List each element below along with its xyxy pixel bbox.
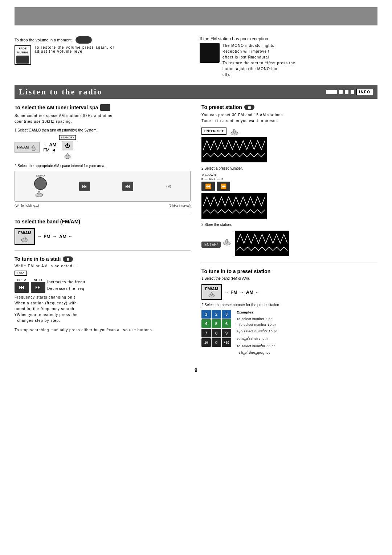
decreases-text: Decreases the freq xyxy=(47,285,85,292)
restore-volume-text: To restore the volume press again, or xyxy=(34,45,115,49)
fm-am-selector-btn[interactable]: FM/AM xyxy=(15,142,40,153)
am-tuner-heading: To select the AM tuner interval spa xyxy=(15,104,191,111)
mono-text-block: The MONO indicator lights Reception will… xyxy=(222,43,295,78)
svg-rect-5 xyxy=(38,191,40,195)
hand-icon-preset xyxy=(208,292,216,297)
tune-preset-step2: 2 Select the preset number for the prese… xyxy=(201,303,377,307)
preset-station-section: To preset station ◼ You can preset 30 FM… xyxy=(201,104,377,257)
num-btn-9[interactable]: 9 xyxy=(222,329,231,337)
tune-body-text: Frequency starts changing on t When a st… xyxy=(15,295,191,324)
standby-diagram: FM/AM → AM FM xyxy=(15,135,191,159)
tune-preset-fm-am-diagram: FM/AM → FM → AM ← xyxy=(201,284,377,300)
hand-enter xyxy=(222,238,232,246)
mono-line-5: button again (the MONO inc xyxy=(222,66,295,72)
svg-rect-9 xyxy=(233,129,235,133)
svg-rect-1 xyxy=(33,145,34,149)
tune-preset-step1: 1 Select the band (FM or AM). xyxy=(201,276,377,280)
tune-preset-back-arrow: ← xyxy=(255,289,260,295)
tune-station-heading: To tune in to a stati ◼ xyxy=(15,256,191,262)
preset-step1-row: ENTER/ SET xyxy=(201,127,377,136)
examples-block: Examples: To select number 5,pr · To sel… xyxy=(237,310,277,356)
preset-heading-text: To preset station xyxy=(201,104,242,110)
slow-forward-btn[interactable]: ⏩ xyxy=(217,182,230,191)
fm-am-button[interactable]: FM/AM xyxy=(15,228,35,245)
am-step1: 1 Select ÒAM,Ó then turn off (standby) t… xyxy=(15,128,191,132)
next-btn[interactable]: ⏭ xyxy=(31,282,45,293)
drop-volume-text: To drop the volume in a moment xyxy=(15,38,72,42)
am-fm-labels: → AM FM ◄ xyxy=(42,142,56,153)
slow-btns-row: ⏪ ⏩ xyxy=(201,182,377,191)
stop-searching-text: To stop searching manually press either … xyxy=(15,327,191,333)
tune-preset-fmam-btn[interactable]: FM/AM xyxy=(201,284,222,300)
val-label-block: val) xyxy=(166,185,171,188)
preset-step3: 3 Store the station. xyxy=(201,223,377,227)
am-tuner-heading-text: To select the AM tuner interval spa xyxy=(15,105,98,110)
prev-col: PREV. ⏮ xyxy=(15,278,29,293)
enter-btn[interactable]: ENTER/ xyxy=(201,242,221,248)
page-container: To drop the volume in a moment FADE MUTI… xyxy=(0,0,392,555)
section-title: Listen to the radio xyxy=(19,87,102,97)
num-btn-7[interactable]: 7 xyxy=(201,329,211,337)
standby-power-col: STANDBY ⏻ xyxy=(59,135,75,159)
right-panel: To preset station ◼ You can preset 30 FM… xyxy=(201,104,377,356)
num-btn-5[interactable]: 5 xyxy=(212,319,221,328)
svg-rect-13 xyxy=(211,292,212,296)
example-2: · To select number 10,pr xyxy=(237,322,277,328)
tune-preset-fm-arrow: → xyxy=(224,289,229,295)
mono-device-icon xyxy=(200,43,220,63)
hand-icon-fmam xyxy=(20,236,29,242)
num-btn-10[interactable]: 10 xyxy=(201,338,211,347)
val-label: val) xyxy=(166,185,171,188)
enter-btn-block: ENTER/ xyxy=(201,238,232,249)
num-btn-0[interactable]: 0 xyxy=(212,338,221,347)
num-examples-row: 1 2 3 4 5 6 7 8 9 10 0 +10 xyxy=(201,310,377,356)
center-btn xyxy=(34,177,47,190)
restore-volume-text-block: To restore the volume press again, or ad… xyxy=(34,45,115,53)
demo-icon: DEMO xyxy=(34,174,47,198)
am-tuner-body: Some countries space AM stations 9kHz an… xyxy=(15,113,191,125)
main-content: To select the AM tuner interval spa Some… xyxy=(15,104,377,356)
mono-line-4: To restore the stereo effect press the xyxy=(222,60,295,66)
num-btn-6[interactable]: 6 xyxy=(222,319,231,328)
fm-arrow: → xyxy=(37,234,42,239)
num-btn-2[interactable]: 2 xyxy=(212,310,221,319)
prev-btn[interactable]: ⏮ xyxy=(15,282,29,293)
fm-am-btn-label: FM/AM xyxy=(17,145,29,149)
title-bar-dots xyxy=(326,90,337,94)
tune-preset-fm-label: FM xyxy=(230,289,237,295)
num-btn-8[interactable]: 8 xyxy=(212,329,221,337)
preset-heading: To preset station ◼ xyxy=(201,104,377,110)
standby-power-btn[interactable]: ⏻ xyxy=(62,141,73,150)
num-btn-4[interactable]: 4 xyxy=(201,319,211,328)
enter-with-hand: ENTER/ xyxy=(201,230,377,257)
mono-line-3: effect is lost Ñmonaural xyxy=(222,54,295,60)
key-label: b — KEY — # xyxy=(201,177,377,181)
slow-rewind-btn[interactable]: ⏪ xyxy=(201,182,215,191)
enter-set-btn[interactable]: ENTER/ SET xyxy=(201,127,226,135)
am-label: AM xyxy=(59,234,66,239)
skip-fwd-btn[interactable]: ⏭ xyxy=(122,182,133,191)
top-section: To drop the volume in a moment FADE MUTI… xyxy=(15,36,377,78)
skip-back-btn[interactable]: ⏮ xyxy=(79,182,90,191)
num-btn-3[interactable]: 3 xyxy=(222,310,231,319)
preset-step2-block: ⊕ SLOW ⊕ b — KEY — # ⏪ ⏩ xyxy=(201,173,377,220)
hand-preset-1 xyxy=(229,128,240,136)
preset-step2: 2 Select a preset number. xyxy=(201,166,377,170)
adjust-volume-text: adjust the volume level xyxy=(34,49,115,53)
hand-icon-standby xyxy=(64,151,72,159)
num-btn-1[interactable]: 1 xyxy=(201,310,211,319)
title-bar-dot3 xyxy=(345,90,348,94)
preset-step1-block: ENTER/ SET xyxy=(201,127,377,163)
title-bar-right: INFO xyxy=(326,89,373,95)
num-btn-plus10[interactable]: +10 xyxy=(222,338,231,347)
next-col: NEXT ⏭ xyxy=(31,278,45,293)
svg-rect-7 xyxy=(24,237,25,240)
arrow-1: → xyxy=(42,142,47,147)
preset-icon: ◼ xyxy=(244,105,254,110)
prev-next-row: PREV. ⏮ NEXT ⏭ Increases the frequ Decre… xyxy=(15,278,191,293)
mono-block: The MONO indicator lights Reception will… xyxy=(200,43,377,78)
interval-diagram: DEMO ⏮ ⏭ val) xyxy=(15,171,191,202)
fade-label: FADE xyxy=(19,47,26,50)
tune-icon: ◼ xyxy=(63,256,73,262)
mono-line-1: The MONO indicator lights xyxy=(222,43,295,49)
